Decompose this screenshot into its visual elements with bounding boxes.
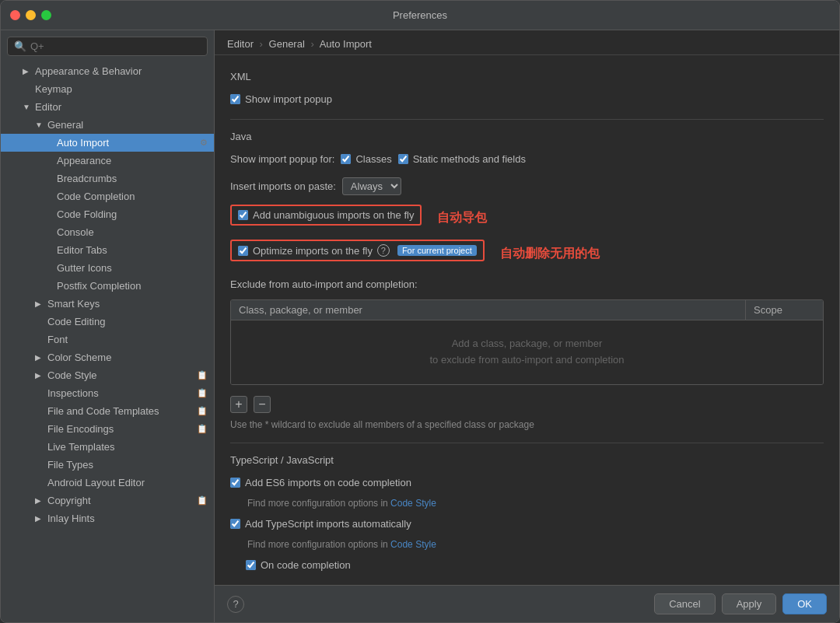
breadcrumb-sep2: › (310, 38, 313, 50)
arrow-icon: ▶ (35, 496, 43, 505)
sidebar-item-label: File Encodings (47, 423, 114, 435)
sidebar-item-label: Appearance (57, 155, 111, 166)
auto-remove-annotation: 自动删除无用的包 (500, 246, 600, 262)
sidebar-item-code-completion[interactable]: Code Completion (1, 187, 214, 205)
add-ts-auto-row: Add TypeScript imports automatically (230, 515, 824, 533)
remove-row-button[interactable]: − (254, 396, 271, 413)
sidebar-item-code-style[interactable]: ▶ Code Style 📋 (1, 366, 214, 384)
classes-checkbox[interactable] (341, 154, 351, 164)
classes-checkbox-label[interactable]: Classes (341, 153, 391, 165)
on-code-completion-row: On code completion (246, 556, 824, 574)
cancel-button[interactable]: Cancel (654, 593, 715, 614)
table-body: Add a class, package, or member to exclu… (231, 320, 823, 384)
breadcrumb-sep: › (260, 38, 263, 50)
current-project-badge[interactable]: For current project (397, 245, 477, 256)
sidebar-item-code-folding[interactable]: Code Folding (1, 205, 214, 223)
optimize-imports-box: Optimize imports on the fly ? For curren… (230, 240, 485, 261)
sidebar-item-console[interactable]: Console (1, 223, 214, 241)
sidebar-item-postfix-completion[interactable]: Postfix Completion (1, 277, 214, 295)
add-ts-auto-checkbox[interactable] (230, 519, 240, 529)
table-placeholder: Add a class, package, or member to exclu… (429, 336, 624, 369)
sidebar-item-gutter-icons[interactable]: Gutter Icons (1, 259, 214, 277)
sidebar-item-label: File and Code Templates (47, 405, 159, 417)
sidebar-item-copyright[interactable]: ▶ Copyright 📋 (1, 492, 214, 509)
table-header: Class, package, or member Scope (231, 300, 823, 320)
footer: ? Cancel Apply OK (215, 585, 839, 622)
sidebar-item-code-editing[interactable]: Code Editing (1, 313, 214, 331)
sidebar-item-color-scheme[interactable]: ▶ Color Scheme (1, 348, 214, 366)
sidebar-item-appearance[interactable]: Appearance (1, 152, 214, 170)
show-import-popup-checkbox[interactable] (230, 94, 240, 104)
sidebar-item-live-templates[interactable]: Live Templates (1, 438, 214, 456)
optimize-imports-label[interactable]: Optimize imports on the fly (238, 245, 373, 257)
breadcrumb-editor: Editor (227, 38, 254, 50)
sidebar-item-android-layout-editor[interactable]: Android Layout Editor (1, 474, 214, 492)
sidebar-item-file-encodings[interactable]: File Encodings 📋 (1, 420, 214, 438)
arrow-icon: ▶ (35, 299, 43, 308)
code-style-link-2[interactable]: Code Style (390, 539, 436, 550)
sidebar-item-file-types[interactable]: File Types (1, 456, 214, 474)
sidebar-item-inlay-hints[interactable]: ▶ Inlay Hints (1, 509, 214, 527)
sidebar-item-editor-tabs[interactable]: Editor Tabs (1, 241, 214, 259)
code-style-link-1[interactable]: Code Style (390, 498, 436, 509)
add-unambiguous-checkbox[interactable] (238, 210, 248, 220)
arrow-icon: ▼ (35, 121, 43, 129)
sidebar-item-label: Inlay Hints (47, 513, 95, 524)
add-es6-checkbox[interactable] (230, 478, 240, 488)
minimize-button[interactable] (26, 10, 36, 20)
sidebar-item-appearance-behavior[interactable]: ▶ Appearance & Behavior (1, 62, 214, 80)
sidebar-item-label: Code Editing (47, 316, 105, 327)
insert-imports-select[interactable]: Always Ask Never (342, 177, 401, 195)
maximize-button[interactable] (41, 10, 51, 20)
sidebar-item-label: Copyright (47, 495, 91, 506)
placeholder-line1: Add a class, package, or member (452, 338, 603, 349)
on-code-completion-checkbox[interactable] (246, 560, 256, 570)
add-ts-auto-label[interactable]: Add TypeScript imports automatically (230, 518, 411, 530)
copy-icon: 📋 (197, 370, 208, 380)
separator2 (230, 443, 824, 443)
sidebar-item-general[interactable]: ▼ General (1, 116, 214, 134)
search-icon: 🔍 (14, 40, 26, 52)
show-import-popup-label[interactable]: Show import popup (230, 93, 332, 105)
add-es6-text: Add ES6 imports on code completion (245, 477, 411, 488)
table-col-scope: Scope (745, 300, 823, 320)
classes-label: Classes (355, 153, 391, 165)
sidebar-item-breadcrumbs[interactable]: Breadcrumbs (1, 170, 214, 187)
sidebar-item-keymap[interactable]: Keymap (1, 80, 214, 98)
search-input[interactable] (30, 40, 201, 52)
sidebar-item-font[interactable]: Font (1, 331, 214, 348)
static-methods-checkbox[interactable] (398, 154, 408, 164)
window-title: Preferences (393, 9, 447, 21)
sidebar-item-smart-keys[interactable]: ▶ Smart Keys (1, 295, 214, 313)
close-button[interactable] (10, 10, 20, 20)
sidebar-item-label: Appearance & Behavior (35, 65, 142, 77)
arrow-icon: ▶ (35, 371, 43, 380)
apply-button[interactable]: Apply (722, 593, 777, 614)
help-button[interactable]: ? (227, 596, 244, 613)
sidebar-item-label: Gutter Icons (57, 262, 112, 274)
sidebar-item-auto-import[interactable]: Auto Import ⚙ (1, 134, 214, 152)
sidebar-item-label: File Types (47, 459, 93, 471)
on-code-completion-text: On code completion (261, 559, 351, 571)
sidebar-item-label: Font (47, 334, 68, 345)
breadcrumb-auto-import: Auto Import (320, 38, 372, 50)
sidebar-item-editor[interactable]: ▼ Editor (1, 98, 214, 116)
on-code-completion-label[interactable]: On code completion (246, 559, 351, 571)
sidebar-item-file-code-templates[interactable]: File and Code Templates 📋 (1, 402, 214, 420)
sidebar: 🔍 ▶ Appearance & Behavior Keymap ▼ Edito… (1, 30, 215, 622)
add-unambiguous-label[interactable]: Add unambiguous imports on the fly (238, 209, 414, 221)
sidebar-item-inspections[interactable]: Inspections 📋 (1, 384, 214, 402)
sidebar-item-label: Auto Import (57, 137, 109, 149)
sidebar-item-label: Inspections (47, 387, 99, 399)
main-panel: Editor › General › Auto Import XML Show … (215, 30, 839, 622)
window-controls (10, 10, 51, 20)
settings-icon: ⚙ (200, 138, 208, 148)
optimize-imports-checkbox[interactable] (238, 246, 248, 256)
sidebar-list: ▶ Appearance & Behavior Keymap ▼ Editor … (1, 62, 214, 622)
exclude-table: Class, package, or member Scope Add a cl… (230, 299, 824, 385)
ok-button[interactable]: OK (782, 593, 827, 614)
add-es6-label[interactable]: Add ES6 imports on code completion (230, 477, 411, 488)
search-box[interactable]: 🔍 (7, 37, 208, 56)
static-methods-checkbox-label[interactable]: Static methods and fields (398, 153, 526, 165)
add-row-button[interactable]: + (230, 396, 247, 413)
